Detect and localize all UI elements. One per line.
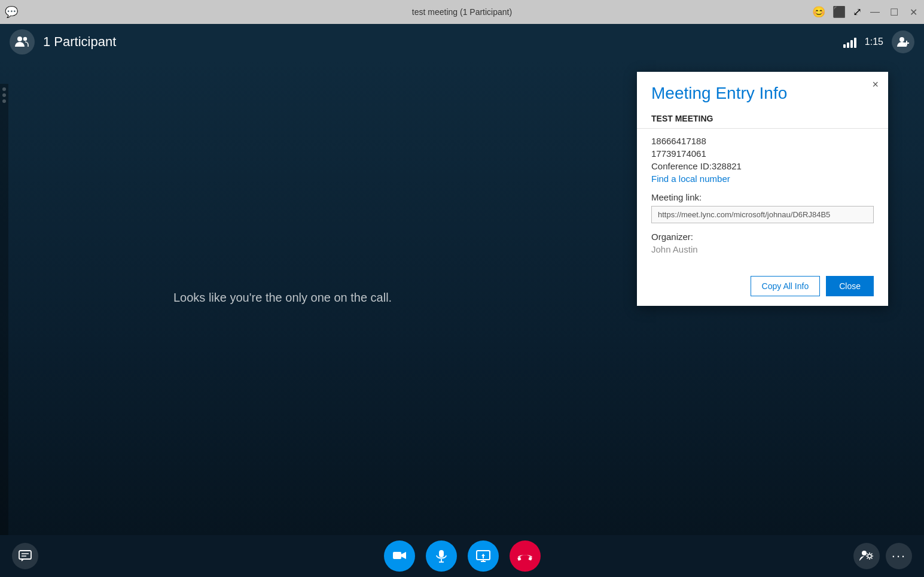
maximize-button[interactable]: ☐ — [888, 7, 900, 18]
expand-icon[interactable]: ⤢ — [853, 5, 862, 19]
header-right: 1:15 — [843, 31, 914, 53]
organizer-name: John Austin — [651, 244, 874, 254]
phone-number-2: 17739174061 — [651, 148, 874, 159]
modal-title: Meeting Entry Info — [651, 84, 874, 103]
participant-count: 1 Participant — [43, 34, 116, 50]
meeting-link-value[interactable]: https://meet.lync.com/microsoft/johnau/D… — [651, 206, 874, 223]
mic-button[interactable] — [426, 540, 457, 572]
screen-share-button[interactable] — [468, 540, 499, 572]
modal-meeting-name: TEST MEETING — [637, 109, 888, 129]
close-window-button[interactable]: ✕ — [907, 7, 919, 18]
modal-header: Meeting Entry Info — [637, 72, 888, 109]
modal-footer: Copy All Info Close — [637, 270, 888, 306]
conference-id: Conference ID:328821 — [651, 161, 874, 171]
participants-icon — [10, 29, 35, 54]
main-content: Looks like you're the only one on the ca… — [0, 60, 924, 535]
conference-id-value: 328821 — [712, 161, 742, 171]
bottom-toolbar: ··· — [0, 535, 924, 577]
video-button[interactable] — [384, 540, 415, 572]
more-options-button[interactable]: ··· — [886, 543, 912, 569]
svg-point-1 — [23, 37, 27, 41]
left-edge-panel — [0, 84, 8, 577]
right-toolbar-controls: ··· — [853, 543, 912, 569]
hangup-button[interactable] — [510, 540, 541, 572]
title-bar-left: 💬 — [5, 5, 18, 19]
screen-snip-icon[interactable]: ⬛ — [832, 5, 846, 19]
emoji-icon[interactable]: 😊 — [812, 5, 825, 19]
modal-close-icon[interactable]: × — [872, 79, 879, 90]
header: 1 Participant 1:15 — [0, 24, 924, 60]
call-timer: 1:15 — [865, 37, 883, 47]
copy-all-button[interactable]: Copy All Info — [751, 276, 821, 296]
svg-point-17 — [862, 551, 867, 555]
modal-body: 18666417188 17739174061 Conference ID:32… — [637, 129, 888, 270]
svg-rect-8 — [393, 552, 401, 559]
app-icon: 💬 — [5, 5, 18, 19]
meeting-link-label: Meeting link: — [651, 192, 874, 202]
organizer-label: Organizer: — [651, 232, 874, 242]
svg-rect-15 — [517, 557, 521, 560]
center-toolbar-controls — [384, 540, 541, 572]
header-left: 1 Participant — [10, 29, 116, 54]
left-toolbar-controls — [12, 543, 38, 569]
svg-point-0 — [17, 37, 22, 41]
conference-id-label: Conference ID: — [651, 161, 712, 171]
svg-rect-9 — [439, 550, 444, 557]
title-bar-controls: 😊 ⬛ ⤢ — ☐ ✕ — [812, 5, 919, 19]
minimize-button[interactable]: — — [869, 7, 881, 17]
modal-close-button[interactable]: Close — [826, 276, 874, 296]
find-local-number-link[interactable]: Find a local number — [651, 174, 874, 184]
svg-rect-16 — [528, 557, 532, 560]
add-participant-button[interactable] — [892, 31, 914, 53]
title-bar-title: test meeting (1 Participant) — [412, 7, 512, 17]
svg-point-2 — [899, 37, 904, 42]
empty-call-message: Looks like you're the only one on the ca… — [173, 291, 392, 305]
chat-button[interactable] — [12, 543, 38, 569]
phone-number-1: 18666417188 — [651, 136, 874, 146]
participants-settings-button[interactable] — [853, 543, 880, 569]
svg-point-18 — [868, 554, 871, 558]
title-bar: 💬 test meeting (1 Participant) 😊 ⬛ ⤢ — ☐… — [0, 0, 924, 24]
meeting-entry-modal: × Meeting Entry Info TEST MEETING 186664… — [637, 72, 888, 306]
more-dots-icon: ··· — [892, 548, 906, 564]
signal-bars — [843, 36, 856, 48]
svg-rect-5 — [19, 551, 31, 559]
